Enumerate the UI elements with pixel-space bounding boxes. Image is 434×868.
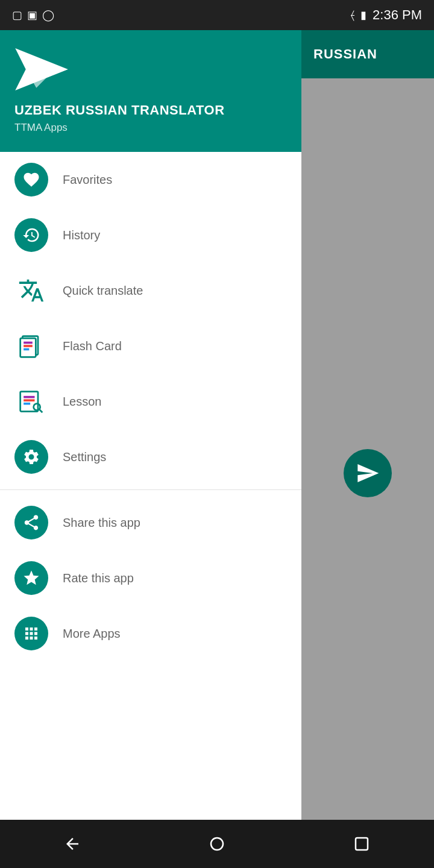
heart-icon (22, 171, 40, 189)
menu-item-more-apps[interactable]: More Apps (0, 606, 301, 661)
app-sub: TTMA Apps (14, 122, 287, 134)
send-icon (356, 461, 380, 485)
translate-button[interactable] (344, 449, 392, 497)
right-header-title: RUSSIAN (313, 46, 377, 62)
settings-icon-bg (14, 440, 48, 474)
status-bar-left: ▢ ▣ ◯ (12, 8, 351, 22)
flash-card-icon-container (14, 329, 48, 363)
menu-item-lesson[interactable]: Lesson (0, 374, 301, 429)
more-apps-icon-bg (14, 617, 48, 650)
lesson-label: Lesson (63, 395, 102, 409)
right-panel: RUSSIAN (301, 30, 434, 868)
share-icon (22, 514, 40, 532)
flash-card-icon (18, 333, 45, 359)
history-icon-bg (14, 218, 48, 252)
settings-label: Settings (63, 450, 106, 464)
drawer: UZBEK RUSSIAN TRANSLATOR TTMA Apps Favor… (0, 30, 301, 868)
app-logo (14, 48, 287, 93)
menu-item-favorites[interactable]: Favorites (0, 152, 301, 207)
share-label: Share this app (63, 516, 140, 530)
svg-line-12 (40, 410, 43, 413)
signal-off-icon: 〈 (351, 9, 354, 22)
more-apps-label: More Apps (63, 627, 121, 641)
menu-item-history[interactable]: History (0, 207, 301, 263)
clock-icon (22, 226, 40, 244)
bottom-nav (0, 820, 434, 868)
svg-point-11 (34, 404, 40, 410)
grid-icon (22, 624, 40, 643)
battery-icon: ▮ (360, 8, 366, 22)
svg-point-13 (211, 838, 223, 850)
rate-icon-bg (14, 561, 48, 595)
favorites-label: Favorites (63, 173, 112, 187)
lesson-icon-container (14, 385, 48, 418)
spinner-icon: ◯ (42, 8, 54, 22)
star-icon (22, 569, 40, 587)
menu-item-settings[interactable]: Settings (0, 429, 301, 485)
home-button[interactable] (199, 826, 235, 862)
quick-translate-icon-container (14, 274, 48, 307)
back-icon (63, 835, 81, 853)
svg-rect-14 (356, 838, 368, 850)
app-name: UZBEK RUSSIAN TRANSLATOR (14, 102, 287, 118)
menu-item-quick-translate[interactable]: Quick translate (0, 263, 301, 318)
status-time: 2:36 PM (373, 7, 422, 23)
logo-icon (14, 48, 69, 90)
gear-icon (22, 448, 40, 466)
recent-button[interactable] (344, 826, 380, 862)
quick-translate-label: Quick translate (63, 284, 143, 298)
main-layout: UZBEK RUSSIAN TRANSLATOR TTMA Apps Favor… (0, 0, 434, 868)
flash-card-label: Flash Card (63, 339, 122, 353)
svg-marker-1 (26, 69, 68, 88)
history-label: History (63, 228, 100, 242)
menu-item-rate[interactable]: Rate this app (0, 550, 301, 606)
share-icon-bg (14, 506, 48, 539)
status-bar: ▢ ▣ ◯ 〈 ▮ 2:36 PM (0, 0, 434, 30)
notification-icon: ▢ (12, 8, 22, 22)
right-header: RUSSIAN (301, 30, 434, 78)
translate-icon (18, 277, 45, 304)
status-bar-right: 〈 ▮ 2:36 PM (351, 7, 422, 23)
back-button[interactable] (54, 826, 90, 862)
favorites-icon-bg (14, 163, 48, 197)
menu-item-flash-card[interactable]: Flash Card (0, 318, 301, 374)
drawer-menu: Favorites History Quick translate (0, 152, 301, 868)
rate-label: Rate this app (63, 571, 134, 585)
svg-rect-3 (20, 338, 36, 357)
home-icon (208, 835, 226, 853)
right-content (301, 78, 434, 868)
recent-icon (353, 835, 371, 853)
drawer-header: UZBEK RUSSIAN TRANSLATOR TTMA Apps (0, 30, 301, 152)
divider (0, 489, 301, 490)
lesson-icon (18, 388, 45, 415)
menu-item-share[interactable]: Share this app (0, 495, 301, 550)
image-icon: ▣ (27, 8, 37, 22)
